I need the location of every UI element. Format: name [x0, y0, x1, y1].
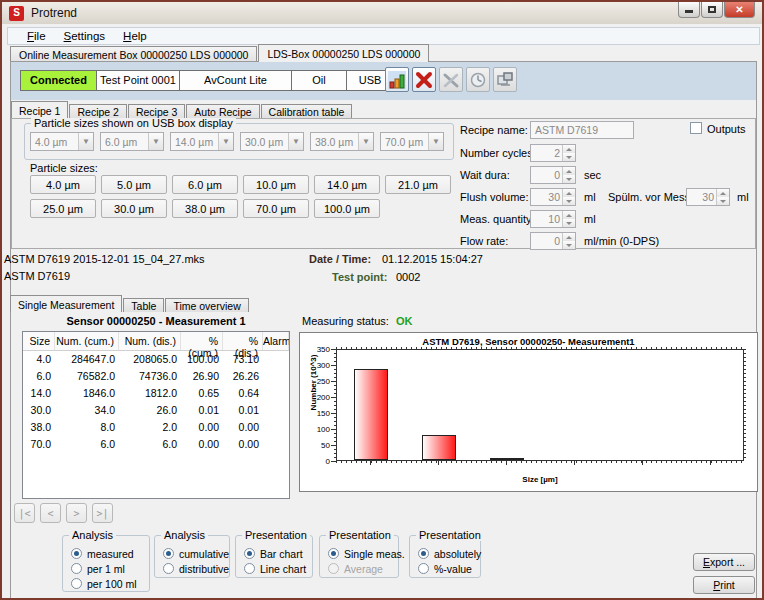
usb-size-dropdown[interactable]: 38.0 µm ▼ — [310, 132, 374, 151]
spin-down-icon[interactable] — [717, 197, 729, 205]
usb-size-dropdown[interactable]: 14.0 µm ▼ — [170, 132, 234, 151]
radio-icon[interactable] — [163, 548, 174, 559]
number-cycles-stepper[interactable]: 2 — [530, 144, 576, 162]
tab-recipe-1[interactable]: Recipe 1 — [11, 101, 68, 118]
radio-icon[interactable] — [328, 548, 339, 559]
spuelm-stepper[interactable]: 30 — [686, 188, 730, 206]
radio-icon[interactable] — [163, 563, 174, 574]
particle-size-button[interactable]: 6.0 µm — [172, 175, 238, 194]
particle-size-button[interactable]: 38.0 µm — [172, 199, 238, 218]
radio-option[interactable]: measured — [71, 547, 134, 560]
nav-button[interactable]: < — [40, 503, 61, 523]
flush-volume-stepper[interactable]: 30 — [530, 188, 576, 206]
particle-size-button[interactable]: 5.0 µm — [101, 175, 167, 194]
measurement-tab-strip: Single Measurement Table Time overview — [10, 295, 250, 312]
table-column-header[interactable]: Alarm — [263, 332, 289, 350]
spin-up-icon[interactable] — [563, 233, 575, 241]
particle-size-button[interactable]: 4.0 µm — [30, 175, 96, 194]
particle-size-button[interactable]: 10.0 µm — [243, 175, 309, 194]
tab-calibration-table[interactable]: Calibration table — [261, 104, 353, 118]
radio-icon[interactable] — [71, 578, 82, 589]
radio-icon[interactable] — [244, 563, 255, 574]
table-row[interactable]: 4.0284647.0208065.0100.0073.10 — [23, 351, 289, 368]
nav-button[interactable]: > — [66, 503, 87, 523]
tab-lds-box[interactable]: LDS-Box 00000250 LDS 000000 — [258, 44, 429, 62]
nav-button[interactable]: |< — [14, 503, 35, 523]
radio-option[interactable]: Bar chart — [244, 547, 303, 560]
radio-option[interactable]: distributive — [163, 562, 229, 575]
usb-size-dropdown[interactable]: 30.0 µm ▼ — [240, 132, 304, 151]
radio-icon[interactable] — [71, 548, 82, 559]
spin-down-icon[interactable] — [563, 241, 575, 249]
outputs-checkbox[interactable] — [690, 122, 702, 134]
spin-down-icon[interactable] — [563, 153, 575, 161]
radio-option[interactable]: Average — [328, 562, 383, 575]
tab-recipe-2[interactable]: Recipe 2 — [69, 104, 126, 118]
tab-single-measurement[interactable]: Single Measurement — [10, 295, 122, 312]
tab-online-measurement-box[interactable]: Online Measurement Box 00000250 LDS 0000… — [10, 46, 257, 62]
table-column-header[interactable]: Num. (dis.) — [119, 332, 181, 350]
table-column-header[interactable]: Size — [23, 332, 55, 350]
table-cell: 284647.0 — [55, 351, 119, 368]
spin-down-icon[interactable] — [563, 197, 575, 205]
radio-option[interactable]: per 1 ml — [71, 562, 125, 575]
tab-recipe-3[interactable]: Recipe 3 — [128, 104, 185, 118]
tab-table[interactable]: Table — [123, 298, 164, 312]
radio-option[interactable]: Single meas. — [328, 547, 405, 560]
table-column-header[interactable]: Num. (cum.) — [55, 332, 119, 350]
table-row[interactable]: 70.06.06.00.000.00 — [23, 436, 289, 453]
tab-auto-recipe[interactable]: Auto Recipe — [186, 104, 259, 118]
table-row[interactable]: 38.08.02.00.000.00 — [23, 419, 289, 436]
usb-size-dropdown[interactable]: 6.0 µm ▼ — [100, 132, 164, 151]
radio-option[interactable]: %-value — [418, 562, 472, 575]
meas-quantity-stepper[interactable]: 10 — [530, 210, 576, 228]
radio-option[interactable]: cumulative — [163, 547, 229, 560]
particle-size-button[interactable]: 70.0 µm — [243, 199, 309, 218]
table-row[interactable]: 14.01846.01812.00.650.64 — [23, 385, 289, 402]
nav-button[interactable]: >| — [92, 503, 113, 523]
particle-size-button[interactable]: 21.0 µm — [385, 175, 451, 194]
particle-size-button[interactable]: 100.0 µm — [314, 199, 380, 218]
minimize-button[interactable] — [678, 2, 700, 18]
export-icon[interactable] — [493, 67, 517, 92]
radio-option[interactable]: Line chart — [244, 562, 306, 575]
spin-down-icon[interactable] — [563, 175, 575, 183]
radio-icon[interactable] — [71, 563, 82, 574]
wait-dura-stepper[interactable]: 0 — [530, 166, 576, 184]
menu-item-file[interactable]: File — [18, 29, 55, 43]
clock-icon[interactable] — [466, 67, 490, 92]
export-button[interactable]: Export ... — [693, 553, 755, 571]
spin-up-icon[interactable] — [563, 189, 575, 197]
particle-size-button[interactable]: 25.0 µm — [30, 199, 96, 218]
radio-icon[interactable] — [244, 548, 255, 559]
close-button[interactable]: ✕ — [724, 2, 755, 18]
table-column-header[interactable]: % (cum.) — [181, 332, 223, 350]
radio-icon[interactable] — [418, 563, 429, 574]
usb-size-dropdown[interactable]: 70.0 µm ▼ — [380, 132, 444, 151]
recipe-name-field[interactable]: ASTM D7619 — [530, 121, 634, 139]
spin-up-icon[interactable] — [563, 167, 575, 175]
table-row[interactable]: 30.034.026.00.010.01 — [23, 402, 289, 419]
maximize-button[interactable] — [701, 2, 723, 18]
table-column-header[interactable]: % (dis.) — [223, 332, 263, 350]
spin-up-icon[interactable] — [717, 189, 729, 197]
usb-size-dropdown[interactable]: 4.0 µm ▼ — [30, 132, 94, 151]
tools-icon[interactable] — [439, 67, 463, 92]
menu-item-settings[interactable]: Settings — [55, 29, 115, 43]
radio-icon[interactable] — [418, 548, 429, 559]
menu-item-help[interactable]: Help — [114, 29, 156, 43]
spin-up-icon[interactable] — [563, 211, 575, 219]
delete-icon[interactable] — [412, 67, 436, 92]
spin-down-icon[interactable] — [563, 219, 575, 227]
particle-size-button[interactable]: 14.0 µm — [314, 175, 380, 194]
particle-size-button[interactable]: 30.0 µm — [101, 199, 167, 218]
radio-icon[interactable] — [328, 563, 339, 574]
chart-icon[interactable] — [385, 67, 409, 92]
flow-rate-stepper[interactable]: 0 — [530, 232, 576, 250]
tab-time-overview[interactable]: Time overview — [165, 298, 248, 312]
print-button[interactable]: Print — [693, 576, 755, 594]
radio-option[interactable]: per 100 ml — [71, 577, 137, 590]
radio-option[interactable]: absolutely — [418, 547, 481, 560]
table-row[interactable]: 6.076582.074736.026.9026.26 — [23, 368, 289, 385]
spin-up-icon[interactable] — [563, 145, 575, 153]
